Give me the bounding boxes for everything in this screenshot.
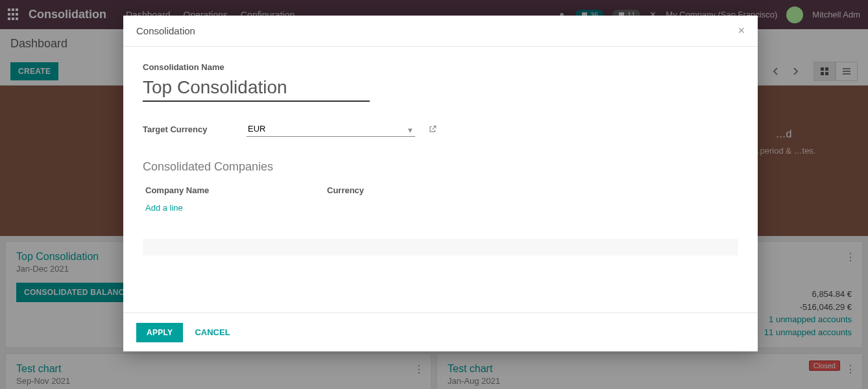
modal-title: Consolidation	[136, 25, 195, 36]
list-footer	[143, 239, 738, 255]
currency-select[interactable]: ▾	[247, 121, 415, 137]
th-currency: Currency	[327, 185, 457, 195]
section-title: Consolidated Companies	[143, 160, 738, 174]
currency-label: Target Currency	[143, 124, 234, 134]
close-icon[interactable]: ×	[738, 24, 745, 38]
external-link-icon[interactable]	[428, 124, 437, 134]
table-header: Company Name Currency	[143, 182, 738, 199]
modal-header: Consolidation ×	[123, 16, 758, 47]
apply-button[interactable]: APPLY	[136, 323, 183, 342]
modal-body: Consolidation Name Target Currency ▾ Con…	[123, 47, 758, 312]
companies-list: Company Name Currency Add a line	[143, 182, 738, 255]
currency-input[interactable]	[247, 121, 415, 137]
modal-dialog: Consolidation × Consolidation Name Targe…	[123, 16, 758, 351]
modal-footer: APPLY CANCEL	[123, 312, 758, 351]
name-label: Consolidation Name	[143, 62, 738, 72]
cancel-button[interactable]: CANCEL	[195, 327, 230, 337]
consolidation-name-input[interactable]	[143, 75, 370, 102]
th-company: Company Name	[145, 185, 327, 195]
currency-row: Target Currency ▾	[143, 121, 738, 137]
add-line-link[interactable]: Add a line	[143, 199, 738, 217]
